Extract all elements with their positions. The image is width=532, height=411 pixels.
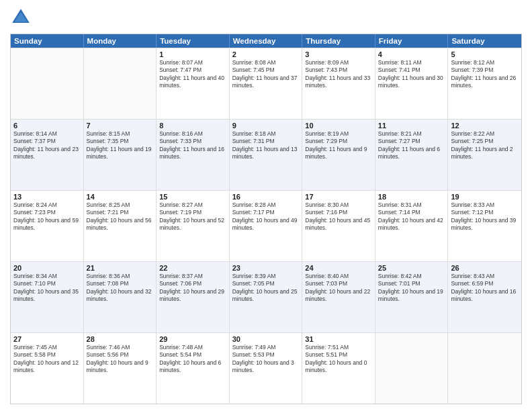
daylight-text: Daylight: 11 hours and 23 minutes. (13, 146, 81, 161)
calendar-row-3: 20Sunrise: 8:34 AMSunset: 7:10 PMDayligh… (11, 261, 521, 332)
day-header-tuesday: Tuesday (157, 34, 230, 48)
day-number: 9 (232, 122, 300, 130)
sunrise-text: Sunrise: 8:12 AM (451, 59, 519, 66)
sunset-text: Sunset: 7:41 PM (378, 66, 445, 74)
calendar-cell: 30Sunrise: 7:49 AMSunset: 5:53 PMDayligh… (230, 333, 303, 404)
sunset-text: Sunset: 7:10 PM (13, 280, 81, 287)
daylight-text: Daylight: 11 hours and 13 minutes. (232, 146, 300, 161)
sunrise-text: Sunrise: 8:14 AM (13, 130, 81, 138)
day-number: 4 (378, 50, 445, 58)
sunset-text: Sunset: 7:43 PM (305, 66, 372, 74)
sunrise-text: Sunrise: 8:42 AM (378, 273, 445, 280)
logo (10, 7, 34, 28)
sunset-text: Sunset: 7:16 PM (305, 209, 372, 216)
sunrise-text: Sunrise: 8:22 AM (451, 130, 519, 138)
calendar-cell: 8Sunrise: 8:16 AMSunset: 7:33 PMDaylight… (157, 120, 230, 190)
day-number: 11 (378, 122, 445, 130)
calendar-row-2: 13Sunrise: 8:24 AMSunset: 7:23 PMDayligh… (11, 190, 521, 261)
sunset-text: Sunset: 5:56 PM (87, 351, 154, 359)
day-number: 3 (305, 50, 372, 58)
calendar-cell: 19Sunrise: 8:33 AMSunset: 7:12 PMDayligh… (448, 191, 521, 261)
calendar-cell: 22Sunrise: 8:37 AMSunset: 7:06 PMDayligh… (157, 262, 230, 332)
day-number: 19 (451, 193, 519, 201)
sunrise-text: Sunrise: 8:37 AM (159, 273, 226, 280)
daylight-text: Daylight: 10 hours and 56 minutes. (87, 217, 154, 232)
day-number: 25 (378, 264, 445, 272)
calendar-row-0: 1Sunrise: 8:07 AMSunset: 7:47 PMDaylight… (11, 48, 521, 119)
day-number: 2 (232, 50, 300, 58)
daylight-text: Daylight: 11 hours and 9 minutes. (305, 146, 372, 161)
sunrise-text: Sunrise: 8:34 AM (13, 273, 81, 280)
sunrise-text: Sunrise: 8:11 AM (378, 59, 445, 66)
sunrise-text: Sunrise: 8:33 AM (451, 201, 519, 209)
sunrise-text: Sunrise: 8:18 AM (232, 130, 300, 138)
day-header-thursday: Thursday (302, 34, 375, 48)
day-header-wednesday: Wednesday (230, 34, 303, 48)
sunrise-text: Sunrise: 8:39 AM (232, 273, 300, 280)
day-number: 26 (451, 264, 519, 272)
calendar-cell: 1Sunrise: 8:07 AMSunset: 7:47 PMDaylight… (157, 48, 230, 119)
sunset-text: Sunset: 7:37 PM (13, 138, 81, 145)
calendar-cell: 7Sunrise: 8:15 AMSunset: 7:35 PMDaylight… (84, 120, 157, 190)
calendar-cell: 31Sunrise: 7:51 AMSunset: 5:51 PMDayligh… (302, 333, 375, 404)
day-header-saturday: Saturday (448, 34, 521, 48)
sunrise-text: Sunrise: 8:19 AM (305, 130, 372, 138)
daylight-text: Daylight: 10 hours and 45 minutes. (305, 217, 372, 232)
sunset-text: Sunset: 7:06 PM (159, 280, 226, 287)
daylight-text: Daylight: 10 hours and 12 minutes. (13, 359, 81, 375)
calendar-cell: 17Sunrise: 8:30 AMSunset: 7:16 PMDayligh… (302, 191, 375, 261)
daylight-text: Daylight: 11 hours and 37 minutes. (232, 75, 300, 90)
calendar-body: 1Sunrise: 8:07 AMSunset: 7:47 PMDaylight… (11, 48, 521, 404)
sunrise-text: Sunrise: 8:36 AM (87, 273, 154, 280)
day-header-sunday: Sunday (11, 34, 84, 48)
daylight-text: Daylight: 11 hours and 2 minutes. (451, 146, 519, 161)
day-header-friday: Friday (375, 34, 449, 48)
sunset-text: Sunset: 7:01 PM (378, 280, 445, 287)
header (10, 7, 522, 28)
daylight-text: Daylight: 10 hours and 9 minutes. (87, 359, 154, 375)
daylight-text: Daylight: 11 hours and 19 minutes. (87, 146, 154, 161)
calendar-cell: 23Sunrise: 8:39 AMSunset: 7:05 PMDayligh… (230, 262, 303, 332)
daylight-text: Daylight: 11 hours and 16 minutes. (159, 146, 226, 161)
sunset-text: Sunset: 7:12 PM (451, 209, 519, 216)
sunrise-text: Sunrise: 8:27 AM (159, 201, 226, 209)
sunset-text: Sunset: 7:35 PM (87, 138, 154, 145)
calendar-cell: 25Sunrise: 8:42 AMSunset: 7:01 PMDayligh… (375, 262, 449, 332)
daylight-text: Daylight: 10 hours and 3 minutes. (232, 359, 300, 375)
calendar-cell: 15Sunrise: 8:27 AMSunset: 7:19 PMDayligh… (157, 191, 230, 261)
sunset-text: Sunset: 7:33 PM (159, 138, 226, 145)
day-number: 16 (232, 193, 300, 201)
daylight-text: Daylight: 11 hours and 30 minutes. (378, 75, 445, 90)
day-number: 17 (305, 193, 372, 201)
sunrise-text: Sunrise: 7:46 AM (87, 344, 154, 351)
sunrise-text: Sunrise: 8:43 AM (451, 273, 519, 280)
logo-icon (10, 7, 32, 28)
calendar-cell (84, 48, 157, 119)
daylight-text: Daylight: 10 hours and 59 minutes. (13, 217, 81, 232)
daylight-text: Daylight: 10 hours and 6 minutes. (159, 359, 226, 375)
day-number: 23 (232, 264, 300, 272)
calendar-cell: 18Sunrise: 8:31 AMSunset: 7:14 PMDayligh… (375, 191, 449, 261)
sunset-text: Sunset: 7:31 PM (232, 138, 300, 145)
sunset-text: Sunset: 7:14 PM (378, 209, 445, 216)
sunrise-text: Sunrise: 8:09 AM (305, 59, 372, 66)
sunrise-text: Sunrise: 7:51 AM (305, 344, 372, 351)
calendar-cell (11, 48, 84, 119)
calendar-cell: 14Sunrise: 8:25 AMSunset: 7:21 PMDayligh… (84, 191, 157, 261)
sunset-text: Sunset: 5:58 PM (13, 351, 81, 359)
sunset-text: Sunset: 7:17 PM (232, 209, 300, 216)
daylight-text: Daylight: 11 hours and 26 minutes. (451, 75, 519, 90)
calendar: SundayMondayTuesdayWednesdayThursdayFrid… (10, 34, 522, 404)
sunset-text: Sunset: 5:51 PM (305, 351, 372, 359)
day-number: 29 (159, 335, 226, 343)
calendar-cell: 16Sunrise: 8:28 AMSunset: 7:17 PMDayligh… (230, 191, 303, 261)
sunrise-text: Sunrise: 8:30 AM (305, 201, 372, 209)
sunset-text: Sunset: 5:53 PM (232, 351, 300, 359)
calendar-cell (375, 333, 449, 404)
sunrise-text: Sunrise: 7:45 AM (13, 344, 81, 351)
day-number: 18 (378, 193, 445, 201)
sunset-text: Sunset: 7:25 PM (451, 138, 519, 145)
daylight-text: Daylight: 11 hours and 40 minutes. (159, 75, 226, 90)
day-number: 8 (159, 122, 226, 130)
day-number: 20 (13, 264, 81, 272)
